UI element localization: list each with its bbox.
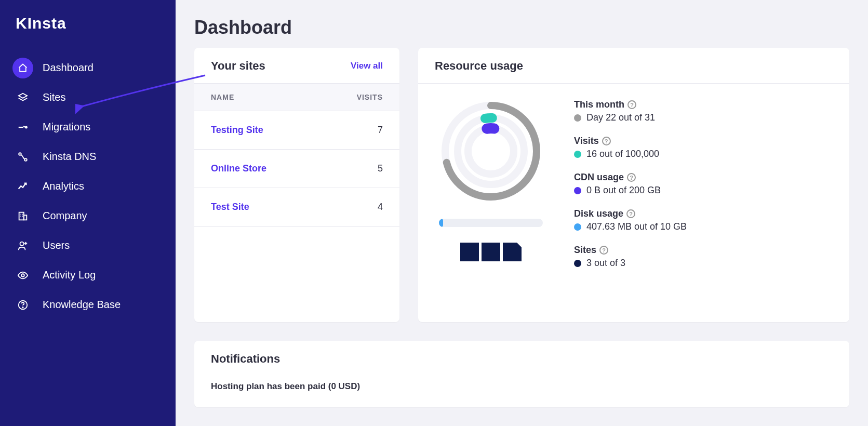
help-icon[interactable]: ? bbox=[599, 246, 608, 255]
help-icon[interactable]: ? bbox=[602, 137, 611, 145]
svg-point-0 bbox=[25, 126, 27, 128]
migrate-icon bbox=[16, 120, 30, 135]
legend-value-text: 407.63 MB out of 10 GB bbox=[586, 221, 687, 232]
nav-label: Company bbox=[43, 210, 87, 222]
users-icon bbox=[16, 238, 30, 253]
site-name[interactable]: Online Store bbox=[194, 150, 317, 188]
nav-dashboard[interactable]: Dashboard bbox=[0, 53, 176, 83]
radial-gauge bbox=[439, 99, 543, 203]
view-all-link[interactable]: View all bbox=[351, 61, 383, 71]
table-row[interactable]: Online Store 5 bbox=[194, 150, 399, 188]
legend-value-text: 16 out of 100,000 bbox=[586, 149, 659, 159]
legend-cdn: CDN usage ? 0 B out of 200 GB bbox=[574, 172, 829, 196]
brand-text: KInsta bbox=[16, 15, 66, 32]
legend-title-text: Disk usage bbox=[574, 208, 623, 219]
nav-label: Dashboard bbox=[43, 62, 94, 74]
legend-dot-icon bbox=[574, 114, 581, 122]
card-title: Notifications bbox=[211, 352, 280, 366]
svg-point-2 bbox=[24, 158, 27, 161]
legend-title-text: Sites bbox=[574, 245, 596, 256]
svg-rect-3 bbox=[19, 212, 24, 220]
site-visits: 7 bbox=[317, 111, 399, 150]
nav-label: Activity Log bbox=[43, 269, 96, 281]
help-icon[interactable]: ? bbox=[626, 209, 635, 218]
legend-dot-icon bbox=[574, 151, 581, 158]
nav-activity-log[interactable]: Activity Log bbox=[0, 260, 176, 290]
svg-point-8 bbox=[22, 307, 23, 307]
nav-label: Migrations bbox=[43, 121, 90, 133]
card-row: Your sites View all NAME VISITS Testing … bbox=[194, 48, 849, 322]
analytics-icon bbox=[16, 179, 30, 194]
table-row[interactable]: Testing Site 7 bbox=[194, 111, 399, 150]
brand-logo: KInsta bbox=[0, 15, 176, 53]
nav-analytics[interactable]: Analytics bbox=[0, 171, 176, 201]
nav-list: Dashboard Sites Migrations Kinsta DNS An… bbox=[0, 53, 176, 320]
col-visits: VISITS bbox=[317, 84, 399, 111]
nav-label: Users bbox=[43, 239, 70, 251]
svg-point-15 bbox=[475, 136, 506, 167]
svg-point-6 bbox=[21, 274, 24, 277]
card-header: Resource usage bbox=[418, 48, 849, 84]
disk-usage-fill bbox=[439, 219, 443, 227]
notification-item[interactable]: Hosting plan has been paid (0 USD) bbox=[211, 366, 833, 392]
legend-column: This month ? Day 22 out of 31 Visits ? bbox=[543, 99, 829, 281]
nav-label: Kinsta DNS bbox=[43, 151, 96, 163]
gauge-column bbox=[439, 99, 543, 281]
nav-dns[interactable]: Kinsta DNS bbox=[0, 142, 176, 171]
site-name[interactable]: Testing Site bbox=[194, 111, 317, 150]
notifications-card: Notifications Hosting plan has been paid… bbox=[194, 341, 849, 407]
disk-usage-bar bbox=[439, 219, 543, 227]
site-block bbox=[482, 243, 500, 261]
nav-knowledge-base[interactable]: Knowledge Base bbox=[0, 290, 176, 320]
resource-usage-card: Resource usage bbox=[418, 48, 849, 322]
nav-label: Sites bbox=[43, 91, 65, 103]
sidebar: KInsta Dashboard Sites Migrations Kinsta… bbox=[0, 0, 176, 426]
legend-month: This month ? Day 22 out of 31 bbox=[574, 99, 829, 123]
legend-title-text: This month bbox=[574, 99, 624, 110]
legend-dot-icon bbox=[574, 260, 581, 267]
card-header: Your sites View all bbox=[194, 48, 399, 84]
legend-sites: Sites ? 3 out of 3 bbox=[574, 245, 829, 269]
legend-title-text: CDN usage bbox=[574, 172, 624, 183]
your-sites-card: Your sites View all NAME VISITS Testing … bbox=[194, 48, 399, 322]
help-icon[interactable]: ? bbox=[627, 100, 636, 109]
nav-users[interactable]: Users bbox=[0, 231, 176, 260]
col-name: NAME bbox=[194, 84, 317, 111]
layers-icon bbox=[16, 90, 30, 105]
site-block bbox=[460, 243, 479, 261]
notifications-body: Hosting plan has been paid (0 USD) bbox=[194, 366, 849, 407]
nav-migrations[interactable]: Migrations bbox=[0, 112, 176, 142]
table-row[interactable]: Test Site 4 bbox=[194, 188, 399, 227]
nav-label: Knowledge Base bbox=[43, 299, 121, 311]
legend-disk: Disk usage ? 407.63 MB out of 10 GB bbox=[574, 208, 829, 232]
eye-icon bbox=[16, 268, 30, 283]
nav-company[interactable]: Company bbox=[0, 201, 176, 231]
nav-sites[interactable]: Sites bbox=[0, 83, 176, 112]
company-icon bbox=[16, 209, 30, 223]
resource-body: This month ? Day 22 out of 31 Visits ? bbox=[418, 84, 849, 302]
help-icon bbox=[16, 298, 30, 312]
home-icon bbox=[12, 58, 33, 78]
legend-dot-icon bbox=[574, 223, 581, 231]
card-header: Notifications bbox=[194, 341, 849, 366]
site-block bbox=[503, 243, 522, 261]
legend-value-text: 0 B out of 200 GB bbox=[586, 185, 661, 196]
sites-table: NAME VISITS Testing Site 7 Online Store … bbox=[194, 84, 399, 227]
sites-usage-blocks bbox=[460, 243, 522, 261]
svg-point-1 bbox=[19, 153, 21, 155]
legend-visits: Visits ? 16 out of 100,000 bbox=[574, 136, 829, 159]
dns-icon bbox=[16, 150, 30, 164]
legend-title-text: Visits bbox=[574, 136, 599, 147]
help-icon[interactable]: ? bbox=[627, 173, 636, 182]
card-title: Resource usage bbox=[435, 59, 523, 73]
legend-dot-icon bbox=[574, 187, 581, 194]
nav-label: Analytics bbox=[43, 180, 84, 192]
svg-rect-4 bbox=[24, 215, 27, 220]
site-visits: 4 bbox=[317, 188, 399, 227]
svg-point-5 bbox=[20, 242, 24, 245]
legend-value-text: Day 22 out of 31 bbox=[586, 112, 655, 123]
site-visits: 5 bbox=[317, 150, 399, 188]
site-name[interactable]: Test Site bbox=[194, 188, 317, 227]
main-content: Dashboard Your sites View all NAME VISIT… bbox=[176, 0, 868, 426]
card-title: Your sites bbox=[211, 59, 265, 73]
